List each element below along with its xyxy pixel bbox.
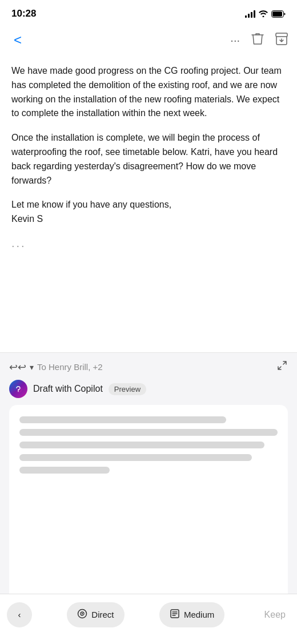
skeleton-line-4	[19, 454, 252, 461]
email-paragraph-3: Let me know if you have any questions,Ke…	[11, 198, 286, 226]
status-bar: 10:28	[0, 0, 297, 25]
svg-rect-1	[272, 11, 282, 17]
medium-icon	[170, 609, 180, 621]
skeleton-lines	[19, 416, 278, 474]
battery-icon	[271, 10, 286, 18]
status-icons	[245, 10, 286, 18]
more-button[interactable]: ···	[230, 34, 240, 47]
medium-button[interactable]: Medium	[159, 602, 224, 627]
direct-label: Direct	[91, 610, 114, 619]
preview-badge[interactable]: Preview	[109, 383, 146, 395]
email-ellipsis: ···	[11, 237, 286, 255]
skeleton-line-2	[19, 429, 278, 436]
svg-point-12	[82, 613, 83, 614]
archive-button[interactable]	[275, 33, 288, 48]
skeleton-line-3	[19, 442, 264, 448]
toolbar-back-button[interactable]: ‹	[7, 602, 32, 627]
status-time: 10:28	[11, 8, 36, 19]
copilot-label: Draft with Copilot	[33, 384, 103, 394]
email-body: We have made good progress on the CG roo…	[0, 55, 297, 352]
reply-dropdown-button[interactable]: ▾	[30, 363, 34, 372]
reply-header-left: ↩↩ ▾ To Henry Brill, +2	[9, 361, 103, 373]
reply-header: ↩↩ ▾ To Henry Brill, +2	[9, 360, 288, 374]
keep-button[interactable]: Keep	[260, 604, 290, 626]
back-arrow-icon: ‹	[18, 610, 21, 619]
medium-label: Medium	[184, 610, 214, 619]
direct-button[interactable]: Direct	[67, 602, 124, 627]
keep-label: Keep	[264, 610, 286, 619]
expand-button[interactable]	[276, 360, 288, 374]
copilot-row: Draft with Copilot Preview	[9, 380, 288, 398]
bottom-toolbar: ‹ Direct Medium Keep	[0, 594, 297, 644]
email-paragraph-1: We have made good progress on the CG roo…	[11, 64, 286, 121]
email-paragraph-2: Once the installation is complete, we wi…	[11, 131, 286, 188]
wifi-icon	[259, 10, 268, 17]
nav-bar: < ···	[0, 25, 297, 55]
svg-point-4	[18, 391, 18, 392]
skeleton-line-5	[19, 467, 110, 474]
skeleton-line-1	[19, 416, 226, 423]
delete-button[interactable]	[251, 32, 264, 49]
reply-to-label: To Henry Brill, +2	[37, 362, 103, 372]
signal-icon	[245, 10, 255, 18]
direct-icon	[77, 609, 87, 621]
nav-actions: ···	[230, 32, 288, 49]
copilot-logo	[9, 380, 27, 398]
back-button[interactable]: <	[9, 30, 26, 50]
svg-rect-2	[276, 33, 287, 37]
reply-button[interactable]: ↩↩	[9, 361, 26, 373]
